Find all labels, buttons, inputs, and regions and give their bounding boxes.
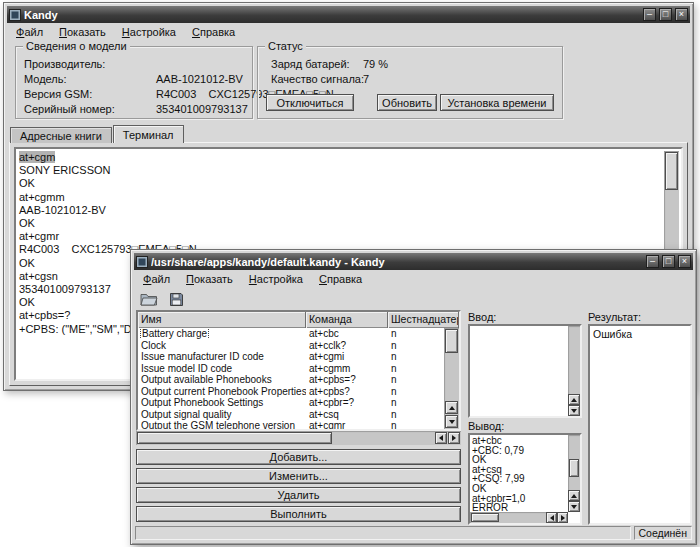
model-info-group: Сведения о модели Производитель: Модель:… (15, 46, 253, 119)
minimize-icon[interactable]: – (646, 255, 659, 268)
output-line: +CBC: 0,79 (472, 446, 567, 456)
output-textarea[interactable]: at+cbc +CBC: 0,79 OK at+csq +CSQ: 7,99 O… (468, 433, 582, 525)
result-text: Ошибка (590, 326, 690, 342)
column-header-command[interactable]: Команда (306, 312, 388, 328)
menu-file[interactable]: Файл (8, 24, 51, 41)
output-horizontal-scrollbar[interactable] (470, 512, 568, 523)
statusbar: Соединён (134, 524, 693, 541)
scrollbar-thumb[interactable] (137, 432, 332, 444)
field-manufacturer: Производитель: (24, 58, 156, 70)
scroll-up-icon[interactable] (445, 401, 458, 414)
scroll-up-icon[interactable] (568, 394, 580, 405)
table-row[interactable]: Issue model ID code at+cgmm n (138, 363, 444, 375)
titlebar[interactable]: /usr/share/apps/kandy/default.kandy - Ka… (134, 253, 693, 270)
app-icon (136, 256, 148, 268)
menu-show[interactable]: Показать (178, 271, 241, 288)
scroll-left-icon[interactable] (435, 432, 447, 444)
scroll-down-icon[interactable] (568, 501, 580, 512)
output-vertical-scrollbar[interactable] (568, 435, 580, 512)
menubar: Файл Показать Настройка Справка (7, 23, 690, 41)
table-vertical-scrollbar[interactable] (444, 328, 459, 429)
toolbar (134, 288, 693, 310)
menu-help[interactable]: Справка (184, 24, 243, 41)
result-textarea[interactable]: Ошибка (588, 324, 692, 525)
menubar: Файл Показать Настройка Справка (134, 270, 693, 288)
group-title: Сведения о модели (23, 40, 130, 52)
window-title: Kandy (24, 9, 640, 21)
scrollbar-thumb[interactable] (665, 152, 678, 190)
scroll-down-icon[interactable] (568, 405, 580, 416)
tab-bar: Адресные книги Терминал (10, 125, 185, 143)
titlebar[interactable]: Kandy – □ × (7, 6, 690, 23)
table-row[interactable]: Clock at+cclk? n (138, 340, 444, 352)
field-model: Модель:AAB-1021012-BV (24, 73, 243, 85)
output-label: Вывод: (468, 420, 504, 432)
terminal-line: OK (19, 177, 661, 190)
scroll-right-icon[interactable] (448, 432, 460, 444)
table-row[interactable]: Output the GSM telephone version at+cgmr… (138, 420, 444, 429)
window-title: /usr/share/apps/kandy/default.kandy - Ka… (151, 256, 643, 268)
field-serial-number: Серийный номер:353401009793137 (24, 103, 248, 115)
add-button[interactable]: Добавить... (136, 449, 461, 465)
terminal-line: AAB-1021012-BV (19, 204, 661, 217)
minimize-icon[interactable]: – (643, 8, 656, 21)
column-header-name[interactable]: Имя (138, 312, 306, 328)
input-textarea[interactable] (468, 324, 582, 418)
group-title: Статус (265, 40, 306, 52)
terminal-line: at+cgm (19, 151, 661, 164)
window-body: Имя Команда Шестнадцатерич Battery charg… (134, 310, 693, 524)
window-kandy-editor: /usr/share/apps/kandy/default.kandy - Ka… (130, 249, 697, 545)
terminal-line: at+cgmr (19, 230, 661, 243)
terminal-line: OK (19, 217, 661, 230)
terminal-line: at+cgmm (19, 191, 661, 204)
output-line: +CSQ: 7,99 (472, 474, 567, 484)
set-time-button[interactable]: Установка времени (440, 94, 554, 111)
app-icon (9, 9, 21, 21)
table-row[interactable]: Output Phonebook Settings at+cpbr=? n (138, 397, 444, 409)
scrollbar-thumb[interactable] (569, 459, 579, 477)
scrollbar-thumb[interactable] (471, 513, 499, 522)
execute-button[interactable]: Выполнить (136, 506, 461, 522)
menu-settings[interactable]: Настройка (241, 271, 311, 288)
refresh-button[interactable]: Обновить (377, 94, 437, 111)
close-icon[interactable]: × (675, 8, 688, 21)
table-row[interactable]: Output available Phonebooks at+cpbs=? n (138, 374, 444, 386)
menu-help[interactable]: Справка (311, 271, 370, 288)
table-row[interactable]: Output current Phonebook Properties at+c… (138, 386, 444, 398)
table-row[interactable]: Issue manufacturer ID code at+cgmi n (138, 351, 444, 363)
result-label: Результат: (588, 311, 641, 323)
command-table: Имя Команда Шестнадцатерич Battery charg… (136, 310, 461, 431)
output-text: at+cbc +CBC: 0,79 OK at+csq +CSQ: 7,99 O… (472, 436, 567, 511)
table-body: Battery charge at+cbc n Clock at+cclk? n… (138, 328, 444, 429)
output-line: ERROR (472, 503, 567, 511)
scrollbar-thumb[interactable] (445, 329, 458, 353)
table-row[interactable]: Output signal quality at+csq n (138, 409, 444, 421)
input-label: Ввод: (468, 311, 496, 323)
menu-show[interactable]: Показать (51, 24, 114, 41)
disconnect-button[interactable]: Отключиться (266, 94, 354, 111)
scroll-down-icon[interactable] (445, 415, 458, 428)
open-file-icon[interactable] (138, 289, 160, 309)
statusbar-message-panel (135, 526, 631, 540)
scroll-right-icon[interactable] (557, 512, 568, 523)
scroll-left-icon[interactable] (546, 512, 557, 523)
table-header: Имя Команда Шестнадцатерич (138, 312, 459, 328)
tab-terminal[interactable]: Терминал (113, 125, 184, 143)
input-vertical-scrollbar[interactable] (568, 326, 580, 416)
tab-address-books[interactable]: Адресные книги (10, 127, 112, 143)
save-file-icon[interactable] (165, 289, 187, 309)
table-row[interactable]: Battery charge at+cbc n (138, 328, 444, 340)
maximize-icon[interactable]: □ (662, 255, 675, 268)
menu-settings[interactable]: Настройка (114, 24, 184, 41)
table-horizontal-scrollbar[interactable] (136, 431, 461, 445)
edit-button[interactable]: Изменить... (136, 468, 461, 484)
field-signal: Качество сигнала:7 (271, 73, 369, 85)
menu-file[interactable]: Файл (135, 271, 178, 288)
maximize-icon[interactable]: □ (659, 8, 672, 21)
field-battery: Заряд батарей:79 % (271, 58, 388, 70)
close-icon[interactable]: × (678, 255, 691, 268)
scroll-up-icon[interactable] (568, 490, 580, 501)
column-header-hex[interactable]: Шестнадцатерич (388, 312, 459, 328)
delete-button[interactable]: Удалить (136, 487, 461, 503)
terminal-line: SONY ERICSSON (19, 164, 661, 177)
